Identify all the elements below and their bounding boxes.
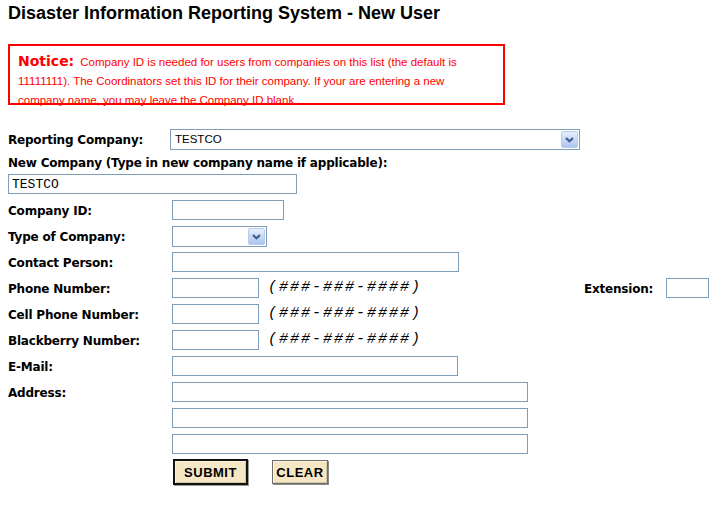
new-company-label: New Company (Type in new company name if…	[8, 156, 387, 170]
address-line2-input[interactable]	[172, 408, 528, 428]
phone-number-format-hint: (###-###-####)	[268, 279, 422, 296]
page-title: Disaster Information Reporting System - …	[8, 3, 440, 24]
blackberry-number-label: Blackberry Number:	[8, 334, 140, 348]
notice-box: Notice:Company ID is needed for users fr…	[8, 44, 505, 105]
reporting-company-selected-value: TESTCO	[175, 133, 222, 145]
clear-button[interactable]: CLEAR	[272, 460, 328, 484]
phone-number-input[interactable]	[172, 278, 259, 298]
notice-heading: Notice:	[18, 53, 74, 69]
new-company-input[interactable]	[8, 174, 297, 194]
address-line3-input[interactable]	[172, 434, 528, 454]
cell-phone-number-label: Cell Phone Number:	[8, 308, 139, 322]
chevron-down-icon[interactable]	[561, 131, 578, 148]
address-line1-input[interactable]	[172, 382, 528, 402]
chevron-down-icon[interactable]	[248, 228, 265, 245]
address-label: Address:	[8, 386, 66, 400]
reporting-company-label: Reporting Company:	[8, 133, 143, 147]
cell-phone-format-hint: (###-###-####)	[268, 305, 422, 322]
new-user-page: Disaster Information Reporting System - …	[0, 0, 728, 513]
type-of-company-label: Type of Company:	[8, 230, 125, 244]
company-id-input[interactable]	[172, 200, 284, 220]
company-id-label: Company ID:	[8, 204, 92, 218]
blackberry-format-hint: (###-###-####)	[268, 331, 422, 348]
contact-person-label: Contact Person:	[8, 256, 113, 270]
blackberry-number-input[interactable]	[172, 330, 259, 350]
type-of-company-select[interactable]	[172, 226, 267, 247]
submit-button[interactable]: SUBMIT	[173, 459, 248, 485]
notice-body: Company ID is needed for users from comp…	[18, 56, 457, 106]
extension-label: Extension:	[584, 282, 653, 296]
email-input[interactable]	[172, 356, 458, 376]
phone-number-label: Phone Number:	[8, 282, 110, 296]
email-label: E-Mail:	[8, 360, 53, 374]
contact-person-input[interactable]	[172, 252, 459, 272]
cell-phone-number-input[interactable]	[172, 304, 259, 324]
extension-input[interactable]	[666, 278, 709, 298]
reporting-company-select[interactable]: TESTCO	[170, 129, 580, 150]
